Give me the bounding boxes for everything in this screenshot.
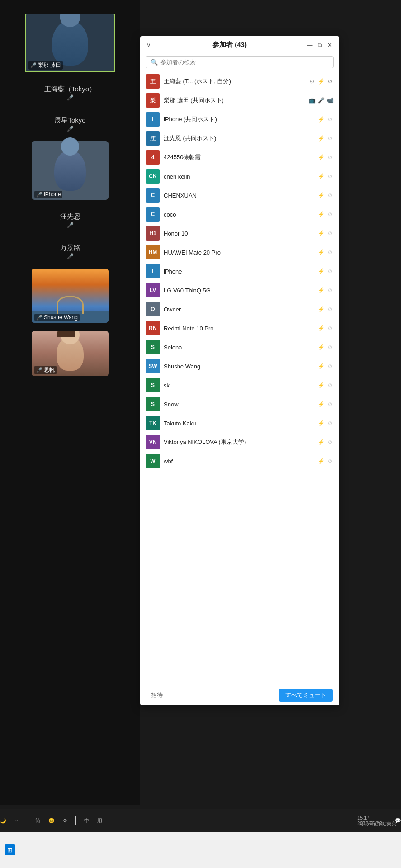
participant-row-21[interactable]: W wbf ⚡ ⊘ [142,452,337,471]
search-input[interactable] [160,59,329,66]
participant-row-10[interactable]: HM HUAWEI Mate 20 Pro ⚡ ⊘ [142,243,337,262]
avatar-17: S [146,378,160,392]
mic-icon-12: ⚡ [317,287,325,294]
dot-icon: ⚬ [14,818,19,824]
toolbar-divider-1 [27,816,27,825]
avatar-8: C [146,207,160,222]
cam-icon-14: ⊘ [326,325,334,332]
participant-row-1[interactable]: 王 王海藍 (T... (ホスト, 自分) ⊙ ⚡ ⊘ [142,72,337,91]
participant-row-12[interactable]: LV LG V60 ThinQ 5G ⚡ ⊘ [142,281,337,300]
participant-name-4: 汪先恩 (共同ホスト) [164,134,314,142]
mic-icon-2: 🎤 [317,97,325,104]
participant-name-10: HUAWEI Mate 20 Pro [164,249,314,256]
participant-row-17[interactable]: S sk ⚡ ⊘ [142,376,337,395]
chinese-icon: 简 [35,817,40,824]
screen-icon-2: 📺 [308,97,316,104]
video-tile-sifan: 🎤 思帆 [32,331,109,376]
rec-icon-1: ⊙ [308,78,316,85]
mic-icon-16: ⚡ [317,363,325,370]
mute-all-button[interactable]: すべてミュート [279,689,333,702]
chevron-down-icon[interactable]: ∨ [146,42,151,48]
mic-icon-14: ⚡ [317,325,325,332]
participant-row-18[interactable]: S Snow ⚡ ⊘ [142,395,337,414]
participant-name-6: chen kelin [164,173,314,180]
avatar-10: HM [146,245,160,259]
participant-row-9[interactable]: H1 Honor 10 ⚡ ⊘ [142,224,337,243]
participant-row-15[interactable]: S Selena ⚡ ⊘ [142,338,337,357]
participant-name-12: LG V60 ThinQ 5G [164,287,314,294]
panel-footer: 招待 すべてミュート [140,685,339,705]
cam-icon-18: ⊘ [326,401,334,408]
name-tile-wanjinglu: 万景路 🎤 [60,242,80,259]
participant-row-8[interactable]: C coco ⚡ ⊘ [142,205,337,224]
participants-list[interactable]: 王 王海藍 (T... (ホスト, 自分) ⊙ ⚡ ⊘ 梨 梨那 藤田 (共同ホ… [140,72,339,685]
cam-icon-4: ⊘ [326,135,334,142]
zoom-tb-moon[interactable]: 🌙 [0,818,6,824]
cam-icon-16: ⊘ [326,363,334,370]
participant-icons-19: ⚡ ⊘ [317,420,334,427]
minimize-button[interactable]: — [307,42,313,48]
avatar-16: SW [146,359,160,373]
zoom-tb-dot[interactable]: ⚬ [14,818,19,824]
mic-icon-7: ⚡ [317,192,325,199]
participant-row-11[interactable]: I iPhone ⚡ ⊘ [142,262,337,281]
search-bar[interactable]: 🔍 [146,56,334,68]
avatar-7: C [146,188,160,203]
participant-name-14: Redmi Note 10 Pro [164,325,314,332]
cam-icon-5: ⊘ [326,154,334,161]
start-button[interactable]: ⊞ [5,844,15,855]
mic-icon-19: ⚡ [317,420,325,427]
participant-name-9: Honor 10 [164,230,314,237]
cam-icon-6: ⊘ [326,173,334,180]
avatar-21: W [146,454,160,468]
participant-name-13: Owner [164,306,314,313]
participant-row-14[interactable]: RN Redmi Note 10 Pro ⚡ ⊘ [142,319,337,338]
video-tile-shushe: 🎤 Shushe Wang [32,269,109,323]
participant-row-19[interactable]: TK Takuto Kaku ⚡ ⊘ [142,414,337,433]
avatar-2: 梨 [146,93,160,108]
cam-icon-9: ⊘ [326,230,334,237]
participant-row-5[interactable]: 4 424550徐朝霞 ⚡ ⊘ [142,148,337,167]
mic-icon-21: ⚡ [317,458,325,465]
cam-icon-3: ⊘ [326,116,334,123]
gear-icon: ⚙ [63,818,67,824]
invite-button[interactable]: 招待 [146,689,167,701]
participant-name-21: wbf [164,458,314,465]
cam-icon-20: ⊘ [326,439,334,446]
mic-icon-3: ⚡ [317,116,325,123]
mic-icon-4: ⚡ [317,135,325,142]
mic-icon-1: ⚡ [317,78,325,85]
video-tile-iphone: 🎤 iPhone [32,141,109,200]
participant-row-6[interactable]: CK chen kelin ⚡ ⊘ [142,167,337,186]
zoom-tb-settings[interactable]: ⚙ [63,818,67,824]
participant-icons-3: ⚡ ⊘ [317,116,334,123]
cam-icon-17: ⊘ [326,382,334,389]
name-wang: 王海藍（Tokyo） [44,85,96,94]
mic-icon-5: ⚡ [317,154,325,161]
zoom-tb-chinese[interactable]: 简 [35,817,40,824]
participant-row-3[interactable]: I iPhone (共同ホスト) ⚡ ⊘ [142,110,337,129]
participant-name-11: iPhone [164,268,314,275]
participant-icons-16: ⚡ ⊘ [317,363,334,370]
mute-icon-iphone: 🎤 [36,192,42,198]
cam-icon-12: ⊘ [326,287,334,294]
windows-icon: ⊞ [7,846,13,854]
restore-button[interactable]: ⧉ [316,42,323,48]
participant-row-4[interactable]: 汪 汪先恩 (共同ホスト) ⚡ ⊘ [142,129,337,148]
zoom-tb-extra[interactable]: 用 [97,817,102,824]
avatar-3: I [146,112,160,127]
zoom-tb-emoji[interactable]: 😊 [48,818,55,824]
close-button[interactable]: ✕ [326,42,333,48]
video-label-iphone: iPhone [44,191,61,198]
name-wang-xian: 汪先恩 [60,212,80,221]
avatar-18: S [146,397,160,411]
participant-row-20[interactable]: VN Viktoriya NIKOLOVA (東京大学) ⚡ ⊘ [142,433,337,452]
zoom-tb-lang[interactable]: 中 [84,817,89,824]
participant-icons-9: ⚡ ⊘ [317,230,334,237]
participant-row-13[interactable]: O Owner ⚡ ⊘ [142,300,337,319]
participant-row-16[interactable]: SW Shushe Wang ⚡ ⊘ [142,357,337,376]
participant-row-7[interactable]: C CHENXUAN ⚡ ⊘ [142,186,337,205]
mute-icon-sifan: 🎤 [36,367,42,373]
taskbar: ⊞ [0,832,401,868]
participant-row-2[interactable]: 梨 梨那 藤田 (共同ホスト) 📺 🎤 📹 [142,91,337,110]
